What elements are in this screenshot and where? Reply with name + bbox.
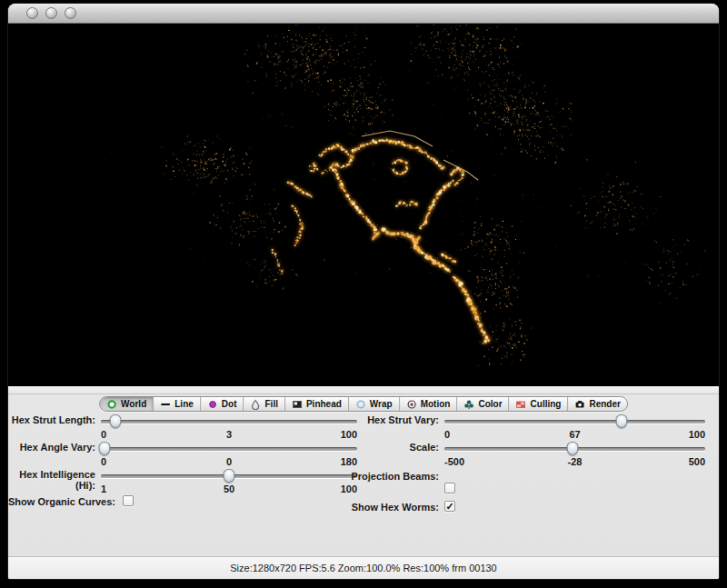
scale-label: Scale: — [235, 442, 439, 453]
close-button[interactable] — [26, 7, 38, 19]
slider-thumb[interactable] — [566, 442, 578, 455]
zoom-button[interactable] — [65, 7, 76, 19]
slider-thumb[interactable] — [616, 414, 628, 428]
hex-strut-vary-label: Hex Strut Vary: — [235, 414, 439, 425]
control-panel: World Line Dot Fill Pinhead — [8, 386, 719, 556]
tab-motion[interactable]: Motion — [400, 397, 458, 411]
scale-row: Scale: -500 -28 500 — [8, 441, 719, 466]
tab-render[interactable]: Render — [568, 397, 626, 411]
tab-label: Wrap — [370, 399, 393, 409]
status-bar: Size:1280x720 FPS:5.6 Zoom:100.0% Res:10… — [8, 556, 719, 579]
tab-label: Fill — [264, 399, 277, 409]
hex-strut-vary-row: Hex Strut Vary: 0 67 100 — [8, 414, 719, 439]
slider-scale: -500 -28 500 — [444, 456, 705, 468]
tab-line[interactable]: Line — [154, 397, 201, 411]
scale-max: 100 — [689, 429, 705, 440]
minimize-button[interactable] — [45, 7, 57, 19]
tab-label: Pinhead — [306, 399, 342, 409]
projection-beams-checkbox[interactable] — [444, 483, 455, 493]
mode-tab-bar: World Line Dot Fill Pinhead — [99, 396, 628, 412]
scale-min: 0 — [444, 429, 450, 440]
tab-world[interactable]: World — [100, 397, 154, 411]
projection-beams-row: Projection Beams: — [8, 470, 719, 495]
scale-slider[interactable] — [444, 447, 705, 451]
motion-icon — [406, 399, 417, 410]
show-hex-worms-label: Show Hex Worms: — [235, 502, 439, 513]
scale-max: 500 — [689, 456, 705, 467]
world-icon — [106, 399, 117, 410]
title-bar[interactable] — [8, 4, 719, 24]
pinhead-icon — [292, 399, 303, 410]
tab-color[interactable]: Color — [457, 397, 509, 411]
scale-value: -28 — [568, 456, 583, 467]
tab-wrap[interactable]: Wrap — [349, 397, 400, 411]
show-hex-worms-row: Show Hex Worms: ✓ — [8, 501, 719, 526]
render-viewport[interactable] — [8, 24, 719, 386]
hex-strut-vary-slider[interactable] — [444, 420, 705, 424]
tab-label: Motion — [421, 399, 451, 409]
culling-icon — [516, 399, 527, 410]
app-screen: World Line Dot Fill Pinhead — [0, 0, 727, 588]
show-hex-worms-checkbox[interactable]: ✓ — [444, 501, 455, 512]
tab-culling[interactable]: Culling — [510, 397, 569, 411]
tab-pinhead[interactable]: Pinhead — [285, 397, 349, 411]
tab-label: World — [121, 399, 146, 409]
globe-particle-canvas[interactable] — [8, 24, 719, 386]
tab-dot[interactable]: Dot — [201, 397, 244, 411]
slider-scale: 0 67 100 — [444, 429, 705, 441]
projection-beams-label: Projection Beams: — [235, 471, 439, 482]
line-icon — [160, 399, 171, 410]
fill-icon — [250, 399, 261, 410]
status-text: Size:1280x720 FPS:5.6 Zoom:100.0% Res:10… — [230, 563, 497, 573]
tab-label: Dot — [222, 399, 237, 409]
app-window: World Line Dot Fill Pinhead — [8, 4, 719, 579]
tab-fill[interactable]: Fill — [244, 397, 284, 411]
tab-label: Color — [478, 399, 502, 409]
dot-icon — [207, 399, 218, 410]
tab-label: Culling — [531, 399, 562, 409]
scale-min: -500 — [444, 456, 464, 467]
render-icon — [574, 399, 585, 410]
tab-label: Line — [174, 399, 194, 409]
scale-value: 67 — [569, 429, 580, 440]
color-icon — [463, 399, 474, 410]
tab-label: Render — [589, 399, 620, 409]
wrap-icon — [355, 399, 366, 410]
